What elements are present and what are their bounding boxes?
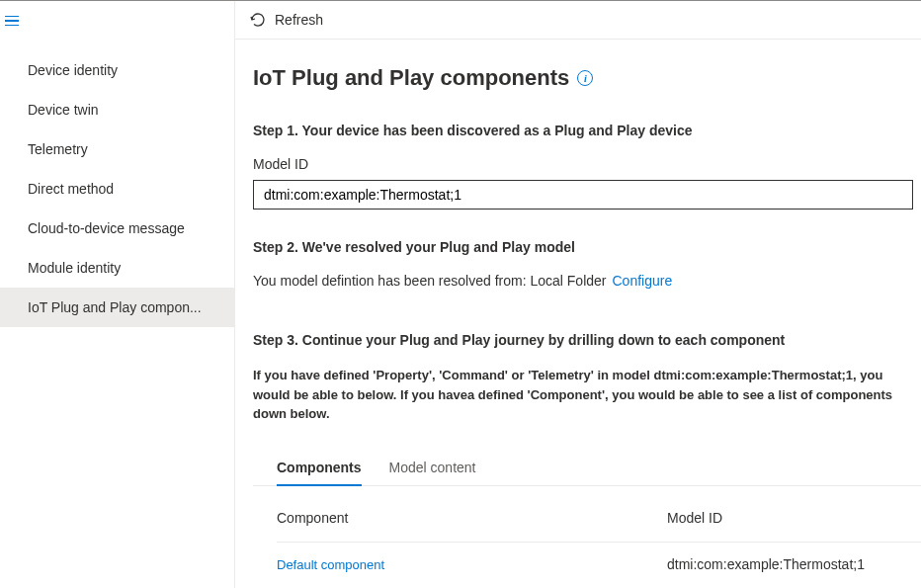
step1-title: Step 1. Your device has been discovered … bbox=[253, 123, 921, 138]
sidebar-item-device-identity[interactable]: Device identity bbox=[0, 50, 234, 90]
sidebar-item-device-twin[interactable]: Device twin bbox=[0, 90, 234, 129]
hamburger-menu-icon[interactable] bbox=[5, 5, 37, 37]
refresh-button[interactable]: Refresh bbox=[249, 11, 323, 29]
configure-link[interactable]: Configure bbox=[612, 273, 672, 289]
main: Refresh IoT Plug and Play components i S… bbox=[235, 1, 921, 588]
col-header-model-id: Model ID bbox=[667, 510, 921, 526]
sidebar-items: Device identity Device twin Telemetry Di… bbox=[0, 50, 234, 327]
page-title: IoT Plug and Play components i bbox=[253, 65, 921, 91]
tab-components[interactable]: Components bbox=[277, 452, 362, 485]
content: IoT Plug and Play components i Step 1. Y… bbox=[235, 40, 921, 586]
step3-desc: If you have defined 'Property', 'Command… bbox=[253, 366, 921, 424]
row-model-id: dtmi:com:example:Thermostat;1 bbox=[667, 556, 921, 572]
table-header: Component Model ID bbox=[277, 510, 921, 542]
refresh-icon bbox=[249, 11, 267, 29]
step2-desc: You model defintion has been resolved fr… bbox=[253, 273, 606, 289]
refresh-label: Refresh bbox=[275, 12, 323, 28]
sidebar-item-cloud-to-device[interactable]: Cloud-to-device message bbox=[0, 209, 234, 248]
sidebar: Device identity Device twin Telemetry Di… bbox=[0, 1, 235, 588]
col-header-component: Component bbox=[277, 510, 667, 526]
step3-title: Step 3. Continue your Plug and Play jour… bbox=[253, 332, 921, 348]
model-id-label: Model ID bbox=[253, 156, 921, 172]
page-title-text: IoT Plug and Play components bbox=[253, 65, 569, 91]
step2-title: Step 2. We've resolved your Plug and Pla… bbox=[253, 239, 921, 255]
model-id-input[interactable] bbox=[253, 180, 913, 210]
tabs: Components Model content bbox=[253, 452, 921, 486]
components-table: Component Model ID Default component dtm… bbox=[253, 510, 921, 586]
sidebar-item-telemetry[interactable]: Telemetry bbox=[0, 129, 234, 169]
sidebar-item-direct-method[interactable]: Direct method bbox=[0, 169, 234, 209]
sidebar-item-iot-plug-and-play[interactable]: IoT Plug and Play compon... bbox=[0, 288, 234, 327]
info-icon[interactable]: i bbox=[577, 70, 593, 86]
toolbar: Refresh bbox=[235, 1, 921, 40]
sidebar-item-module-identity[interactable]: Module identity bbox=[0, 248, 234, 288]
tab-model-content[interactable]: Model content bbox=[389, 452, 476, 485]
table-row: Default component dtmi:com:example:Therm… bbox=[277, 542, 921, 586]
component-link[interactable]: Default component bbox=[277, 557, 384, 572]
